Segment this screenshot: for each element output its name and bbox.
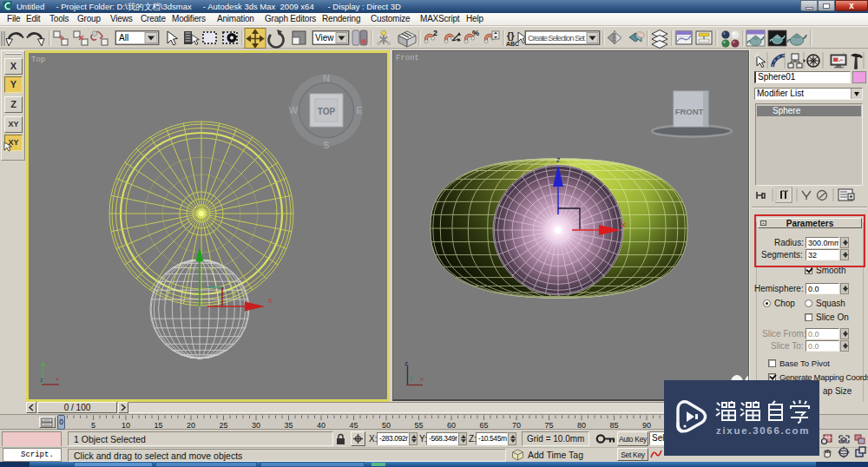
svg-text:x: x — [420, 375, 424, 383]
svg-text:40: 40 — [317, 421, 326, 430]
svg-text:z: z — [40, 376, 43, 384]
svg-text:35: 35 — [284, 421, 293, 430]
svg-text:80: 80 — [577, 421, 586, 430]
svg-text:N: N — [323, 73, 330, 83]
svg-text:15: 15 — [154, 421, 162, 430]
svg-text:E: E — [356, 105, 362, 115]
svg-text:zixue.3066.com: zixue.3066.com — [716, 425, 810, 436]
svg-text:20: 20 — [187, 421, 195, 430]
svg-text:50: 50 — [382, 421, 391, 430]
svg-text:2: 2 — [433, 29, 437, 37]
svg-text:x: x — [56, 375, 59, 383]
svg-text:10: 10 — [122, 421, 130, 430]
svg-text:FRONT: FRONT — [675, 107, 704, 116]
svg-text:TOP: TOP — [318, 107, 336, 116]
svg-text:z: z — [556, 155, 561, 164]
svg-text:60: 60 — [447, 421, 456, 430]
svg-text:45: 45 — [349, 421, 358, 430]
svg-text:30: 30 — [252, 421, 260, 430]
svg-text:85: 85 — [609, 421, 618, 430]
svg-text:x: x — [621, 220, 626, 229]
svg-text:Top: Top — [31, 56, 45, 64]
svg-text:Create Selection Set: Create Selection Set — [528, 33, 585, 43]
svg-text:%: % — [472, 29, 479, 37]
svg-text:25: 25 — [219, 421, 227, 430]
svg-text:5: 5 — [91, 421, 95, 430]
svg-text:z: z — [404, 359, 408, 367]
svg-text:W: W — [289, 105, 299, 115]
svg-text:65: 65 — [479, 421, 488, 430]
svg-text:All: All — [119, 33, 128, 43]
svg-text:{}: {} — [507, 30, 515, 41]
svg-text:75: 75 — [544, 421, 553, 430]
svg-text:View: View — [315, 33, 334, 43]
svg-text:x: x — [268, 296, 273, 305]
svg-text:S: S — [323, 140, 329, 150]
svg-text:70: 70 — [512, 421, 521, 430]
svg-text:ABC: ABC — [506, 41, 519, 47]
svg-text:Front: Front — [396, 54, 419, 62]
svg-text:55: 55 — [414, 421, 423, 430]
svg-text:90: 90 — [642, 421, 651, 430]
svg-text:y: y — [410, 374, 413, 382]
